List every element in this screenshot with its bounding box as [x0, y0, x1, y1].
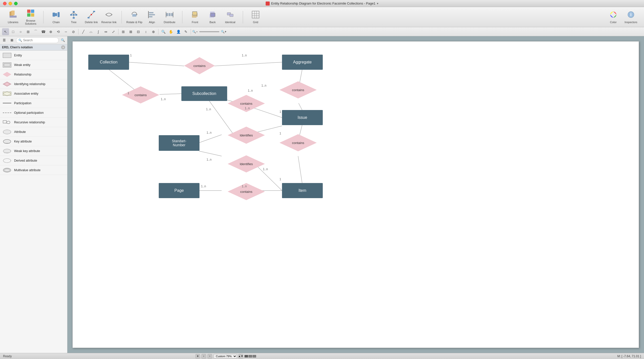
grid-button[interactable]: Grid	[247, 9, 264, 26]
flow-tool[interactable]: ⇔	[102, 28, 109, 35]
sidebar-item-derived[interactable]: Derived attribute	[0, 156, 67, 165]
adjust-tool[interactable]: ⟲	[55, 28, 62, 35]
entity-subcollection[interactable]: Subcollection	[181, 86, 227, 101]
entity-label: Entity	[14, 54, 22, 57]
page-sq-1[interactable]	[245, 355, 248, 357]
sidebar-item-participation[interactable]: Participation	[0, 98, 67, 108]
phone-tool[interactable]: ☎	[40, 28, 47, 35]
table-tool[interactable]: ⊞	[25, 28, 32, 35]
group-tool[interactable]: ⊞	[120, 28, 127, 35]
inspectors-button[interactable]: i Inspectors	[622, 9, 639, 26]
delete-link-button[interactable]: Delete link	[83, 9, 100, 26]
sidebar-item-multivalue[interactable]: Multivalue attribute	[0, 165, 67, 175]
zoom-stepper[interactable]: ▲▼	[238, 354, 243, 358]
tree-label: Tree	[71, 21, 76, 24]
rel-contains-top[interactable]: contains	[184, 57, 215, 74]
sidebar-item-opt-participation[interactable]: Optional participation	[0, 108, 67, 118]
front-button[interactable]: Front	[186, 9, 204, 26]
id-relationship-icon	[3, 81, 12, 87]
distribute-button[interactable]: Distribute	[161, 9, 178, 26]
sidebar-item-weak-entity[interactable]: Weak entity	[0, 60, 67, 70]
sidebar-item-key-attr[interactable]: Key attribute	[0, 137, 67, 146]
pause-button[interactable]: ⏸	[195, 354, 200, 358]
arc-tool[interactable]: ⌓	[87, 28, 94, 35]
user-tool[interactable]: 👤	[175, 28, 182, 35]
rotate-flip-button[interactable]: Rotate & Flip	[126, 9, 143, 26]
category-close-button[interactable]: ✕	[61, 45, 65, 49]
tree-button[interactable]: Tree	[65, 9, 82, 26]
rel-contains-agg[interactable]: contains	[279, 81, 317, 98]
svg-rect-56	[3, 92, 11, 95]
zoom-slider[interactable]	[199, 31, 219, 32]
back-button[interactable]: Back	[204, 9, 221, 26]
entity-aggregate[interactable]: Aggregate	[282, 55, 323, 70]
zoom-out-btn[interactable]: 🔍	[160, 28, 167, 35]
rel-identifies-1[interactable]: Identifies	[228, 127, 265, 144]
zoom-select[interactable]: Custom 79% 50% 75% 100% 150%	[214, 354, 237, 358]
sidebar-item-attribute[interactable]: Attribute	[0, 127, 67, 137]
identical-button[interactable]: Identical	[222, 9, 239, 26]
minimize-button[interactable]	[9, 2, 12, 5]
derived-attr-label: Derived attribute	[14, 159, 37, 162]
dash-tool[interactable]: ⤢	[110, 28, 117, 35]
connect-tool[interactable]: ⊕	[47, 28, 54, 35]
distribute-icon	[166, 11, 174, 20]
more-tool[interactable]: ⊘	[70, 28, 77, 35]
attribute-icon	[3, 129, 12, 135]
svg-marker-26	[105, 14, 106, 16]
page-sq-3[interactable]	[253, 355, 256, 357]
sidebar-item-entity[interactable]: Entity	[0, 51, 67, 60]
search-icon-btn[interactable]: 🔍	[60, 37, 66, 44]
sidebar-item-weak-key[interactable]: Weak key attribute	[0, 146, 67, 156]
crop-tool[interactable]: ⊠	[127, 28, 134, 35]
prev-page-button[interactable]: ‹	[202, 354, 206, 358]
pen-tool[interactable]: ✎	[182, 28, 189, 35]
sidebar-grid-view[interactable]: ⊞	[9, 37, 15, 44]
page-sq-2[interactable]	[249, 355, 252, 357]
ellipse-tool[interactable]: ○	[17, 28, 24, 35]
window-title: Entity Relationship Diagram for Electron…	[266, 2, 379, 6]
chevron-down-icon[interactable]: ▾	[377, 2, 378, 5]
chain-button[interactable]: Chain	[48, 9, 65, 26]
align-label: Align	[149, 21, 155, 24]
search-input[interactable]	[23, 39, 56, 42]
entity-page[interactable]: Page	[159, 183, 199, 198]
rel-contains-issue[interactable]: contains	[279, 134, 317, 151]
hand-tool[interactable]: ✋	[167, 28, 174, 35]
close-button[interactable]	[3, 2, 7, 5]
canvas[interactable]: Collection Aggregate Subcollection Issue…	[72, 41, 639, 348]
entity-collection[interactable]: Collection	[88, 55, 129, 70]
flow2-tool[interactable]: ↕	[142, 28, 149, 35]
sidebar-item-assoc-entity[interactable]: Associative entity	[0, 89, 67, 98]
browse-solutions-button[interactable]: Browse Solutions	[22, 9, 39, 26]
entity-issue[interactable]: Issue	[282, 110, 323, 125]
svg-point-62	[3, 149, 11, 153]
maximize-button[interactable]	[14, 2, 18, 5]
curve-tool[interactable]: ⌒	[32, 28, 39, 35]
entity-standart-number[interactable]: Standart- Number	[159, 135, 199, 151]
align-icon	[148, 11, 156, 20]
entity-item[interactable]: Item	[282, 183, 323, 198]
more2-tool[interactable]: ⊕	[150, 28, 157, 35]
align-button[interactable]: Align	[143, 9, 160, 26]
select-tool[interactable]: ↖	[2, 28, 9, 35]
opt-participation-icon	[3, 110, 12, 116]
browse-label: Browse Solutions	[22, 19, 39, 25]
sidebar-item-recursive[interactable]: Recursive relationship	[0, 118, 67, 127]
rect-tool[interactable]: □	[10, 28, 17, 35]
sidebar-item-id-relationship[interactable]: Identifying relationship	[0, 79, 67, 89]
line-tool[interactable]: ╱	[80, 28, 87, 35]
resize-tool[interactable]: ↔	[62, 28, 69, 35]
sidebar-list-view[interactable]: ☰	[1, 37, 8, 44]
category-header: ERD, Chen's notation ✕	[0, 44, 67, 51]
rel-identifies-2[interactable]: Identifies	[228, 155, 265, 172]
sidebar-item-relationship[interactable]: Relationship	[0, 70, 67, 79]
rel-contains-left[interactable]: contains	[122, 86, 159, 103]
bezier-tool[interactable]: ∫	[95, 28, 102, 35]
next-page-button[interactable]: ›	[208, 354, 212, 358]
color-button[interactable]: Color	[605, 9, 622, 26]
split-tool[interactable]: ⊟	[135, 28, 142, 35]
libraries-button[interactable]: Libraries	[5, 9, 22, 26]
zoom-out-icon: 🔍−	[192, 30, 198, 33]
reverse-link-button[interactable]: Reverse link	[100, 9, 117, 26]
